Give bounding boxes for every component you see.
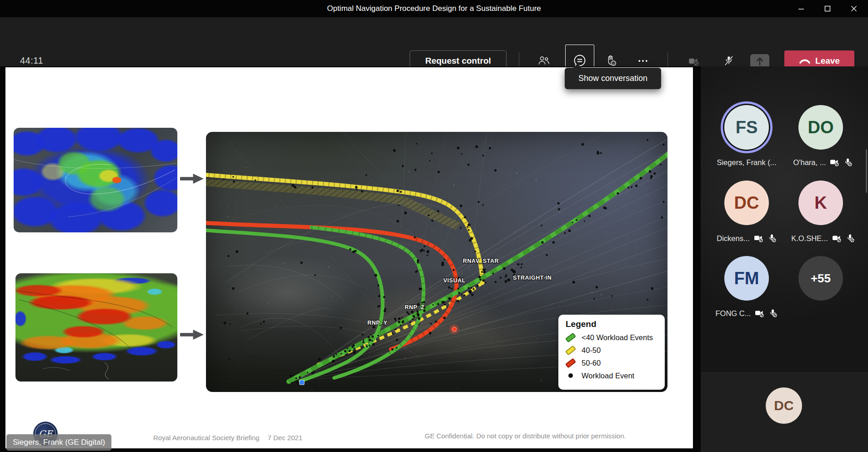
- close-icon: [851, 5, 857, 12]
- meeting-toolbar: 44:11 Request control: [0, 17, 868, 66]
- screen-share-stage: RNAV_STAR VISUAL RNP_Z RNP_Y STRAIGHT-IN…: [0, 66, 701, 452]
- workload-heatmap-blue-thumbnail: [14, 128, 177, 232]
- map-label: RNAV_STAR: [463, 258, 499, 264]
- camera-off-icon: [754, 234, 763, 243]
- hang-up-icon: [799, 58, 811, 64]
- pinned-participant-section: DC: [701, 372, 868, 452]
- participant-name: Siegers, Frank (...: [717, 158, 776, 167]
- camera-off-icon: [830, 158, 839, 167]
- avatar-initials: DO: [808, 118, 834, 137]
- map-legend: Legend <40 Workload Events 40-50 50-60: [558, 315, 665, 390]
- participant-name-row: Siegers, Frank (...: [709, 157, 784, 167]
- heatmap-track-lines: [15, 273, 177, 382]
- participant-name: O'hara, ...: [793, 158, 826, 167]
- mic-off-icon: [768, 234, 777, 243]
- participant-name-row: Dickens...: [709, 233, 784, 243]
- footer-date: 7 Dec 2021: [267, 434, 302, 442]
- legend-swatch-yellow: [565, 345, 576, 355]
- avatar-initials: K: [814, 193, 827, 213]
- map-label: RNP_Z: [405, 304, 424, 311]
- avatar-initials: DC: [774, 398, 793, 413]
- footer-briefing-text: Royal Aeronautical Society Briefing: [153, 434, 259, 442]
- participant-name-row: K.O.SHE...: [785, 233, 861, 243]
- pinned-participant-tile[interactable]: DC: [766, 387, 802, 424]
- camera-off-icon: [832, 234, 842, 243]
- participant-tile[interactable]: DC: [724, 181, 769, 225]
- participant-name-row: O'hara, ...: [785, 157, 861, 167]
- avatar-initials: DC: [734, 193, 759, 213]
- participant-tile[interactable]: K: [798, 181, 843, 225]
- runway-marker: [300, 380, 304, 385]
- leave-label: Leave: [815, 56, 840, 66]
- legend-title: Legend: [566, 319, 665, 329]
- participant-tile[interactable]: FS: [724, 105, 769, 150]
- legend-item: 50-60: [566, 357, 665, 369]
- procedure-design-map: RNAV_STAR VISUAL RNP_Z RNP_Y STRAIGHT-IN…: [206, 132, 667, 392]
- maximize-icon: [824, 5, 831, 12]
- overflow-count: +55: [811, 271, 831, 286]
- maximize-button[interactable]: [817, 0, 838, 17]
- footer-confidential-text: GE Confidential. Do not copy or distribu…: [425, 432, 626, 440]
- show-conversation-tooltip: Show conversation: [565, 68, 661, 89]
- legend-item: 40-50: [566, 344, 665, 357]
- slide-footer-right: GE Confidential. Do not copy or distribu…: [425, 432, 626, 440]
- mic-off-icon: [768, 309, 778, 318]
- overflow-participants-tile[interactable]: +55: [798, 256, 843, 301]
- window-title: Optimal Navigation Procedure Design for …: [0, 0, 868, 17]
- arrow-icon: [180, 173, 204, 185]
- teams-meeting-window: Optimal Navigation Procedure Design for …: [0, 0, 868, 452]
- route-rnp-y: [206, 230, 383, 381]
- minimize-button[interactable]: [791, 0, 812, 17]
- participant-tile[interactable]: DO: [798, 105, 843, 150]
- heatmap-track-lines: [14, 128, 177, 232]
- legend-swatch-red: [565, 358, 576, 368]
- close-button[interactable]: [843, 0, 864, 17]
- participant-tile[interactable]: FM: [724, 256, 769, 301]
- meeting-timer: 44:11: [20, 55, 43, 66]
- more-ellipsis-icon: [637, 58, 648, 64]
- alert-dot: [452, 327, 457, 331]
- share-arrow-icon: [755, 56, 765, 67]
- participant-name-row: FONG C...: [709, 308, 784, 318]
- legend-item: Workload Event: [566, 369, 665, 382]
- panel-scrollbar[interactable]: [866, 149, 867, 193]
- participant-name: FONG C...: [716, 309, 751, 318]
- legend-item: <40 Workload Events: [566, 331, 665, 344]
- participants-panel: FS DO Siegers, Frank (... O'hara, ...: [701, 66, 868, 452]
- slide-footer-left: Royal Aeronautical Society Briefing 7 De…: [153, 434, 302, 442]
- avatar-initials: FM: [734, 269, 759, 288]
- window-titlebar: Optimal Navigation Procedure Design for …: [0, 0, 868, 17]
- arrow-icon: [180, 329, 204, 341]
- shared-slide: RNAV_STAR VISUAL RNP_Z RNP_Y STRAIGHT-IN…: [5, 67, 693, 448]
- map-label: VISUAL: [443, 277, 466, 284]
- camera-off-icon: [755, 309, 764, 318]
- mic-off-icon: [843, 158, 853, 167]
- legend-swatch-dot: [568, 373, 573, 378]
- minimize-icon: [798, 5, 804, 12]
- avatar-initials: FS: [736, 118, 758, 137]
- participant-name: K.O.SHE...: [791, 234, 828, 243]
- map-label: RNP_Y: [367, 320, 387, 326]
- mic-off-icon: [846, 234, 855, 243]
- presenter-name-label: Siegers, Frank (GE Digital): [6, 434, 111, 451]
- participant-name: Dickens...: [717, 234, 749, 243]
- legend-swatch-green: [565, 332, 576, 342]
- workload-heatmap-red-thumbnail: [15, 273, 177, 382]
- map-label: STRAIGHT-IN: [513, 275, 552, 281]
